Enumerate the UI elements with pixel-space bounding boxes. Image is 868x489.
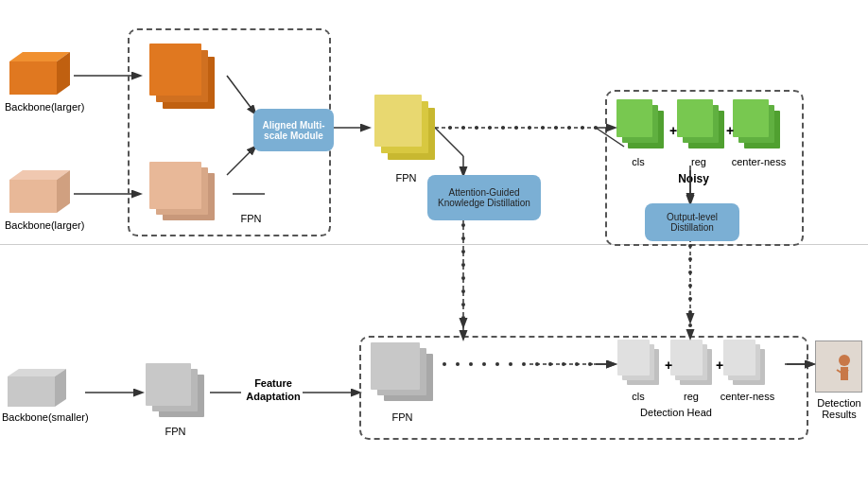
feature-adaptation-label: Feature Adaptation xyxy=(235,376,311,404)
svg-point-107 xyxy=(461,303,465,306)
fpn-student-left-label: FPN xyxy=(159,426,192,437)
student-fpn-left-stack xyxy=(144,362,212,425)
backbone-top-box xyxy=(9,52,74,97)
backbone-larger-top-label: Backbone(larger) xyxy=(5,101,78,113)
backbone-larger-bottom-label: Backbone(larger) xyxy=(5,219,78,231)
detection-results-box xyxy=(815,341,862,393)
fpn-yellow-label: FPN xyxy=(390,172,423,183)
svg-point-74 xyxy=(554,126,558,130)
svg-point-105 xyxy=(461,276,465,280)
svg-point-67 xyxy=(461,126,465,130)
svg-point-62 xyxy=(839,355,850,366)
student-reg-stack xyxy=(669,339,717,391)
reg-student-label: reg xyxy=(671,391,711,402)
svg-point-68 xyxy=(475,126,478,130)
svg-point-72 xyxy=(528,126,531,130)
svg-point-66 xyxy=(448,126,452,130)
svg-rect-57 xyxy=(670,340,703,375)
output-distillation-label: Output-level Distillation xyxy=(667,212,718,233)
svg-point-101 xyxy=(461,223,465,227)
student-center-stack xyxy=(722,339,770,391)
cls-student-label: cls xyxy=(618,391,658,402)
svg-rect-54 xyxy=(617,340,650,375)
svg-rect-61 xyxy=(816,341,862,393)
svg-marker-43 xyxy=(8,376,55,407)
backbone-bottom-box xyxy=(9,170,74,216)
aligned-module-label: Aligned Multi- scale Module xyxy=(262,120,324,141)
svg-rect-48 xyxy=(146,363,191,406)
svg-point-84 xyxy=(688,297,692,301)
svg-rect-60 xyxy=(723,340,755,375)
svg-point-104 xyxy=(461,263,465,267)
svg-point-106 xyxy=(461,289,465,293)
attention-guided-label: Attention-Guided Knowledge Distillation xyxy=(438,187,530,208)
output-distill-box: Output-level Distillation xyxy=(645,203,739,241)
svg-point-86 xyxy=(688,323,692,327)
plus-student-2: + xyxy=(716,358,723,373)
attention-distill-box: Attention-Guided Knowledge Distillation xyxy=(427,175,541,220)
detection-head-label: Detection Head xyxy=(615,407,738,418)
diagram: Backbone(larger) Backbone(larger) FPN Al… xyxy=(0,0,868,489)
detection-results-label: Detection Results xyxy=(808,397,868,420)
svg-point-103 xyxy=(461,250,465,253)
svg-point-73 xyxy=(541,126,545,130)
svg-point-81 xyxy=(688,257,692,261)
svg-point-71 xyxy=(514,126,518,130)
svg-point-83 xyxy=(688,284,692,288)
svg-point-70 xyxy=(501,126,505,130)
plus-student-1: + xyxy=(665,358,672,373)
student-cls-stack xyxy=(616,339,664,391)
svg-marker-25 xyxy=(9,180,57,213)
backbone-smaller-label: Backbone(smaller) xyxy=(2,411,87,423)
backbone-smaller-box xyxy=(8,369,72,409)
svg-point-75 xyxy=(567,126,571,130)
svg-point-102 xyxy=(461,236,465,240)
center-ness-student-label: center-ness xyxy=(717,391,778,402)
svg-point-69 xyxy=(488,126,492,130)
svg-point-76 xyxy=(581,126,584,130)
yellow-fpn-stack xyxy=(371,93,442,168)
svg-point-77 xyxy=(594,126,598,130)
svg-point-85 xyxy=(688,310,692,314)
svg-point-82 xyxy=(688,271,692,274)
svg-marker-19 xyxy=(9,61,57,95)
aligned-module-box: Aligned Multi- scale Module xyxy=(253,109,334,151)
svg-rect-33 xyxy=(374,95,422,147)
svg-point-108 xyxy=(461,316,465,320)
